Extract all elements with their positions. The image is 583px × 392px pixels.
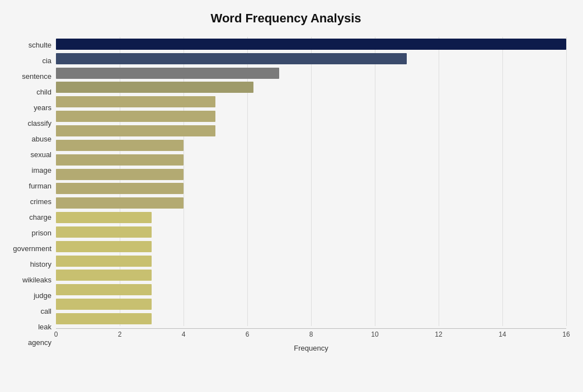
x-tick: 2 [118, 330, 122, 338]
chart-area: schulteciasentencechildyearsclassifyabus… [6, 37, 566, 351]
bar [56, 125, 215, 136]
y-label: prison [32, 226, 51, 240]
x-tick: 12 [435, 330, 442, 338]
bar-row [56, 168, 566, 181]
bar [56, 284, 152, 295]
bar [56, 183, 184, 194]
y-label: judge [34, 289, 51, 303]
y-label: government [13, 242, 51, 256]
y-label: agency [28, 336, 51, 350]
y-label: abuse [32, 131, 51, 146]
y-label: sexual [30, 147, 51, 162]
bar-row [56, 211, 566, 224]
bar [56, 154, 184, 166]
bar-row [56, 226, 566, 238]
bar-row [56, 182, 566, 195]
bar [56, 299, 152, 310]
x-axis-area: 0246810121416 Frequency [56, 328, 566, 351]
chart-container: Word Frequency Analysis schulteciasenten… [0, 0, 583, 392]
y-label: furman [29, 178, 51, 193]
y-axis: schulteciasentencechildyearsclassifyabus… [6, 37, 56, 351]
bar-row [56, 313, 566, 325]
x-tick: 14 [499, 330, 506, 338]
x-axis-label: Frequency [56, 344, 566, 352]
y-label: leak [38, 320, 51, 334]
y-label: cia [42, 53, 51, 68]
y-label: crimes [30, 194, 51, 209]
x-tick: 8 [309, 330, 313, 338]
bar-row [56, 96, 566, 108]
y-label: schulte [29, 37, 51, 52]
bar [56, 169, 184, 180]
bar [56, 313, 152, 324]
bar [56, 212, 152, 223]
bar [56, 68, 279, 79]
bar [56, 241, 152, 252]
bar [56, 82, 253, 93]
bar [56, 270, 152, 281]
chart-title: Word Frequency Analysis [6, 11, 566, 26]
x-tick: 10 [371, 330, 378, 338]
y-label: sentence [22, 69, 51, 83]
bar-row [56, 53, 566, 65]
bar [56, 53, 407, 64]
bar-row [56, 269, 566, 281]
bar-row [56, 67, 566, 79]
y-label: wikileaks [22, 273, 51, 287]
bar [56, 39, 566, 50]
y-label: image [32, 163, 51, 177]
bar-row [56, 38, 566, 50]
bar-row [56, 139, 566, 152]
bars-rows [56, 37, 566, 326]
bars-wrapper [56, 37, 566, 326]
bar [56, 111, 215, 122]
bar-row [56, 197, 566, 209]
bar [56, 197, 184, 209]
bar-row [56, 154, 566, 166]
bar-row [56, 255, 566, 267]
x-tick: 0 [54, 330, 58, 338]
bar [56, 140, 184, 151]
x-tick: 16 [562, 330, 570, 338]
bar-row [56, 81, 566, 93]
y-label: years [34, 100, 51, 115]
y-label: call [40, 304, 51, 319]
bar [56, 226, 152, 238]
bar-row [56, 110, 566, 122]
bar-row [56, 240, 566, 253]
y-label: child [36, 84, 51, 99]
bar [56, 256, 152, 267]
bar-row [56, 298, 566, 310]
x-tick: 6 [246, 330, 250, 338]
x-ticks: 0246810121416 [56, 328, 566, 342]
bar-row [56, 125, 566, 137]
grid-line [566, 37, 567, 326]
bar [56, 96, 215, 107]
y-label: classify [27, 116, 51, 130]
bar-row [56, 284, 566, 296]
y-label: charge [29, 210, 51, 225]
x-tick: 4 [182, 330, 186, 338]
y-label: history [30, 257, 51, 272]
plot-area: 0246810121416 Frequency [56, 37, 566, 351]
